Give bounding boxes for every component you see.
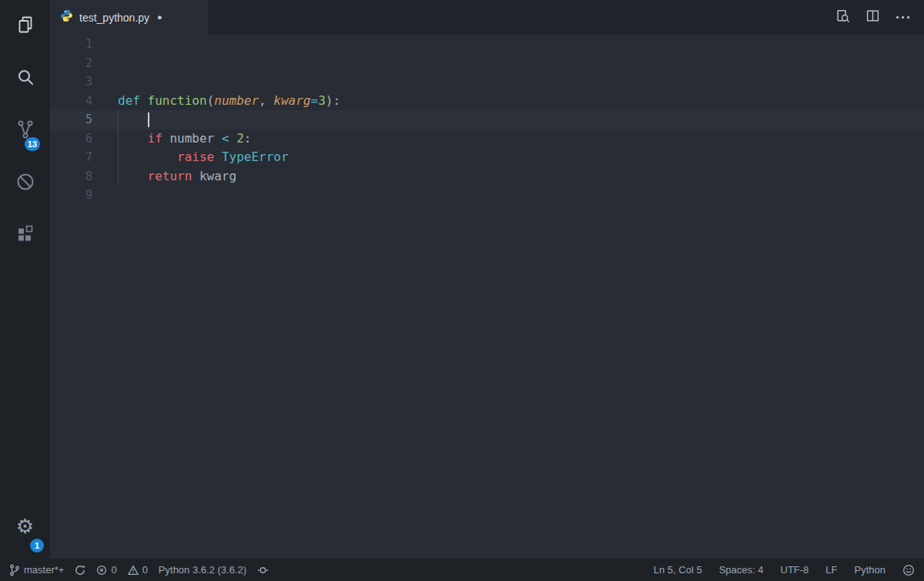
git-branch-status[interactable]: master*+ <box>9 564 64 576</box>
problems-errors[interactable]: 0 <box>96 564 116 576</box>
code-content <box>92 35 118 54</box>
code-line[interactable]: 9 <box>50 186 924 205</box>
git-branch-icon <box>9 564 20 576</box>
code-line[interactable]: 2 <box>50 54 924 73</box>
sidebar-item-search[interactable] <box>0 55 50 99</box>
target-icon <box>257 565 269 576</box>
tab-test-python[interactable]: test_python.py ● <box>50 0 208 35</box>
cursor-position[interactable]: Ln 5, Col 5 <box>654 564 702 576</box>
debug-icon <box>15 171 36 193</box>
code-content: return kwarg <box>92 167 236 186</box>
code-line[interactable]: 7 raise TypeError <box>50 148 924 167</box>
open-preview-button[interactable] <box>835 8 850 26</box>
warning-icon <box>128 565 139 576</box>
smiley-icon <box>902 564 915 576</box>
sidebar-item-debug[interactable] <box>0 160 50 203</box>
code-content: raise TypeError <box>92 148 289 167</box>
extensions-icon <box>15 223 36 245</box>
code-content <box>92 110 148 129</box>
indentation-setting[interactable]: Spaces: 4 <box>719 564 764 576</box>
split-editor-button[interactable] <box>865 8 880 26</box>
settings-badge: 1 <box>30 539 44 552</box>
files-icon <box>15 14 36 35</box>
problems-warnings[interactable]: 0 <box>128 564 148 576</box>
code-content <box>92 186 118 205</box>
sidebar-item-extensions[interactable] <box>0 213 50 256</box>
sync-icon <box>75 565 85 576</box>
encoding-setting[interactable]: UTF-8 <box>781 564 809 576</box>
line-number: 2 <box>50 54 92 73</box>
line-number: 4 <box>50 92 92 111</box>
code-content: if number < 2: <box>92 129 251 149</box>
vscode-window: 13 <box>0 0 924 581</box>
line-number: 7 <box>50 148 92 167</box>
line-number: 3 <box>50 72 92 92</box>
settings-button[interactable]: ⚙ 1 <box>0 505 50 548</box>
status-bar: master*+ 0 <box>0 559 924 581</box>
code-line[interactable]: 6 if number < 2: <box>50 129 924 149</box>
line-number: 5 <box>50 110 92 129</box>
feedback-button[interactable] <box>902 564 915 576</box>
error-count: 0 <box>111 564 116 576</box>
tab-bar: test_python.py ● <box>50 0 924 35</box>
text-cursor <box>148 113 149 127</box>
open-preview-icon <box>835 8 850 26</box>
line-number: 9 <box>50 186 92 205</box>
more-actions-icon: ··· <box>896 11 912 25</box>
branch-label: master*+ <box>24 564 64 576</box>
linter-button[interactable] <box>257 565 269 576</box>
gear-icon: ⚙ <box>16 516 34 536</box>
warning-count: 0 <box>142 564 148 576</box>
python-interpreter[interactable]: Python 3.6.2 (3.6.2) <box>159 564 246 576</box>
more-actions-button[interactable]: ··· <box>896 11 912 25</box>
code-line[interactable]: 3 <box>50 72 924 92</box>
language-mode[interactable]: Python <box>855 564 886 576</box>
code-editor[interactable]: 1234def function(number, kwarg=3):5 6 if… <box>50 35 924 559</box>
line-number: 8 <box>50 167 92 186</box>
eol-setting[interactable]: LF <box>825 564 837 576</box>
line-number: 6 <box>50 129 92 149</box>
sidebar-item-explorer[interactable] <box>0 3 50 46</box>
code-content <box>92 54 118 73</box>
editor-lines: 1234def function(number, kwarg=3):5 6 if… <box>50 35 924 205</box>
tab-filename: test_python.py <box>79 12 149 24</box>
code-line[interactable]: 8 return kwarg <box>50 167 924 186</box>
modified-dot: ● <box>157 13 162 22</box>
line-number: 1 <box>50 35 92 54</box>
sidebar-item-source-control[interactable]: 13 <box>0 108 50 151</box>
code-line[interactable]: 5 <box>50 110 924 129</box>
code-content <box>92 72 118 92</box>
interpreter-label: Python 3.6.2 (3.6.2) <box>159 564 246 576</box>
python-file-icon <box>60 9 73 25</box>
split-editor-icon <box>865 8 880 26</box>
search-icon <box>15 66 36 88</box>
scm-badge: 13 <box>25 137 40 151</box>
code-line[interactable]: 1 <box>50 35 924 54</box>
code-line[interactable]: 4def function(number, kwarg=3): <box>50 92 924 111</box>
sync-button[interactable] <box>75 565 85 576</box>
activity-bar: 13 <box>0 0 50 559</box>
code-content: def function(number, kwarg=3): <box>92 92 340 111</box>
error-icon <box>96 565 107 576</box>
